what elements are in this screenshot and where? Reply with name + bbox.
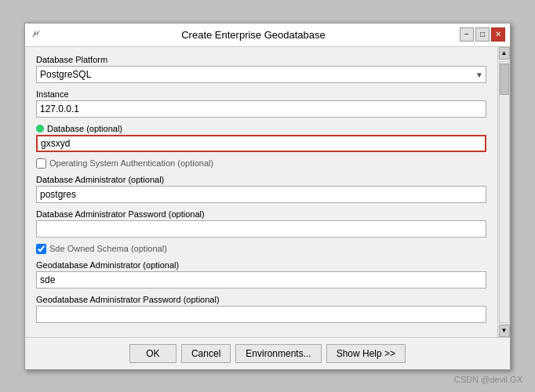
database-platform-select[interactable]: PostgreSQL Oracle SQL Server DB2 [36,66,486,83]
sde-owned-schema-checkbox[interactable] [36,244,46,254]
sde-owned-schema-label: Sde Owned Schema (optional) [49,244,167,253]
close-button[interactable]: ✕ [491,27,505,42]
instance-label: Instance [36,89,486,99]
geodatabase-admin-password-label: Geodatabase Administrator Password (opti… [36,295,486,304]
database-platform-label: Database Platform [36,55,486,64]
main-content: Database Platform PostgreSQL Oracle SQL … [25,47,497,337]
footer: OK Cancel Environments... Show Help >> [25,337,510,369]
watermark: CSDN @devil.GX [454,375,522,384]
geodatabase-admin-password-input[interactable] [36,306,486,323]
scrollbar-thumb[interactable] [500,64,509,95]
cancel-button[interactable]: Cancel [181,344,231,363]
database-platform-group: Database Platform PostgreSQL Oracle SQL … [36,55,486,83]
os-auth-row: Operating System Authentication (optiona… [36,158,486,169]
os-auth-checkbox[interactable] [36,158,46,169]
main-window: Create Enterprise Geodatabase − □ ✕ Data… [24,23,511,370]
titlebar-buttons: − □ ✕ [460,27,505,42]
titlebar: Create Enterprise Geodatabase − □ ✕ [25,24,510,47]
db-admin-input[interactable] [36,186,486,203]
ok-button[interactable]: OK [129,344,177,363]
database-group: Database (optional) [36,124,486,152]
content-area: Database Platform PostgreSQL Oracle SQL … [25,47,510,337]
scrollbar[interactable]: ▲ ▼ [497,47,510,337]
db-admin-password-group: Database Administrator Password (optiona… [36,209,486,238]
instance-group: Instance [36,89,486,118]
sde-owned-schema-row: Sde Owned Schema (optional) [36,244,486,254]
db-admin-password-label: Database Administrator Password (optiona… [36,209,486,219]
maximize-button[interactable]: □ [475,27,490,42]
show-help-button[interactable]: Show Help >> [326,344,406,363]
database-platform-dropdown-wrapper: PostgreSQL Oracle SQL Server DB2 ▼ [36,66,486,83]
database-label-row: Database (optional) [36,124,486,133]
geodatabase-admin-input[interactable] [36,271,486,289]
minimize-button[interactable]: − [460,27,474,42]
geodatabase-admin-password-group: Geodatabase Administrator Password (opti… [36,295,486,323]
db-admin-label: Database Administrator (optional) [36,175,486,184]
os-auth-label: Operating System Authentication (optiona… [49,158,213,168]
environments-button[interactable]: Environments... [235,344,321,363]
database-indicator-dot [36,125,44,132]
geodatabase-admin-group: Geodatabase Administrator (optional) [36,260,486,289]
instance-input[interactable] [36,100,486,118]
database-input[interactable] [36,135,486,152]
geodatabase-admin-label: Geodatabase Administrator (optional) [36,260,486,270]
scrollbar-track[interactable] [499,61,510,323]
database-label: Database (optional) [47,124,122,133]
db-admin-password-input[interactable] [36,220,486,238]
db-admin-group: Database Administrator (optional) [36,175,486,203]
wrench-icon [30,28,42,41]
scroll-up-arrow[interactable]: ▲ [499,47,510,60]
scroll-down-arrow[interactable]: ▼ [499,325,510,337]
window-title: Create Enterprise Geodatabase [47,29,460,41]
